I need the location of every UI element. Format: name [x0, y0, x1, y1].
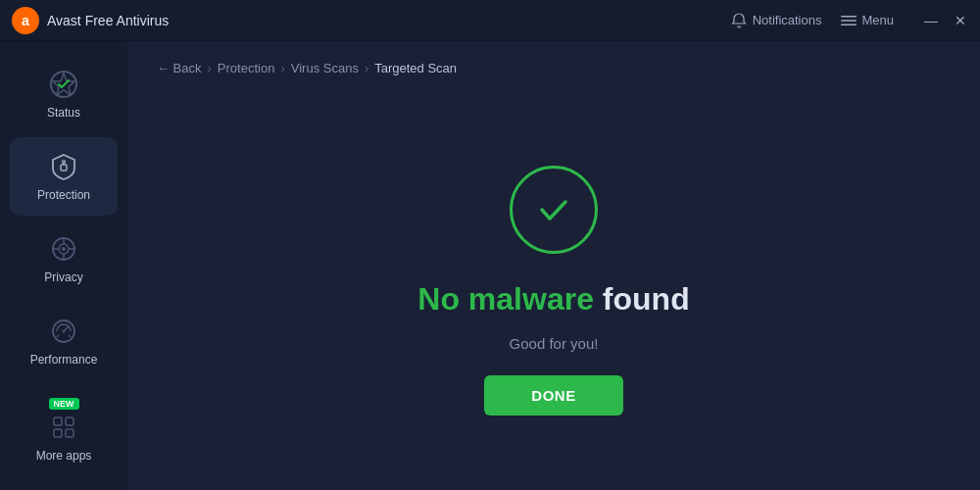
svg-rect-6 — [61, 165, 67, 171]
menu-icon — [841, 13, 857, 28]
breadcrumb-virus-scans[interactable]: Virus Scans — [291, 61, 359, 75]
result-subtitle: Good for you! — [510, 335, 599, 352]
sidebar-item-performance[interactable]: Performance — [10, 302, 118, 380]
svg-rect-2 — [841, 16, 857, 18]
svg-rect-23 — [54, 429, 62, 437]
performance-icon — [48, 316, 79, 347]
svg-rect-3 — [841, 20, 857, 22]
svg-text:a: a — [22, 13, 29, 28]
check-circle — [510, 166, 598, 254]
status-label: Status — [47, 106, 80, 120]
new-badge: NEW — [49, 398, 79, 410]
svg-rect-24 — [66, 429, 74, 437]
notifications-label: Notifications — [753, 13, 822, 27]
breadcrumb-sep-1: › — [208, 61, 212, 75]
menu-label: Menu — [861, 13, 894, 27]
privacy-icon — [48, 233, 79, 265]
breadcrumb-protection[interactable]: Protection — [218, 61, 275, 75]
done-button[interactable]: DONE — [484, 375, 622, 416]
svg-point-18 — [63, 330, 66, 333]
app-name: Avast Free Antivirus — [47, 13, 169, 28]
result-title-green: No malware — [417, 281, 594, 317]
result-area: No malware found Good for you! DONE — [127, 91, 980, 490]
sidebar: Status Protection — [0, 41, 127, 490]
svg-point-11 — [62, 247, 66, 251]
svg-line-19 — [57, 335, 59, 337]
sidebar-item-privacy[interactable]: Privacy — [10, 220, 118, 298]
checkmark-icon — [532, 188, 575, 231]
svg-rect-22 — [66, 417, 74, 425]
content-area: ← Back › Protection › Virus Scans › Targ… — [127, 41, 980, 490]
result-title-white: found — [603, 281, 690, 317]
protection-icon — [48, 151, 79, 182]
sidebar-item-status[interactable]: Status — [10, 55, 118, 133]
minimize-button[interactable]: — — [923, 13, 939, 28]
window-controls: — ✕ — [923, 13, 968, 28]
notifications-button[interactable]: Notifications — [731, 13, 822, 28]
breadcrumb-targeted-scan: Targeted Scan — [374, 61, 457, 75]
menu-button[interactable]: Menu — [841, 13, 894, 28]
svg-rect-4 — [841, 24, 857, 25]
result-title: No malware found — [417, 281, 689, 318]
main-layout: Status Protection — [0, 41, 980, 490]
back-button[interactable]: ← Back — [157, 61, 202, 75]
titlebar: a Avast Free Antivirus Notifications Men… — [0, 0, 980, 41]
more-apps-label: More apps — [36, 449, 92, 463]
protection-label: Protection — [37, 188, 90, 202]
sidebar-item-more-apps[interactable]: NEW More apps — [10, 384, 118, 476]
titlebar-controls: Notifications Menu — ✕ — [731, 13, 968, 28]
sidebar-item-protection[interactable]: Protection — [10, 137, 118, 216]
svg-line-20 — [69, 335, 71, 337]
performance-label: Performance — [30, 353, 98, 367]
status-icon — [48, 69, 79, 100]
breadcrumb-sep-2: › — [280, 61, 284, 75]
privacy-label: Privacy — [44, 270, 82, 284]
more-apps-icon — [48, 412, 79, 443]
bell-icon — [731, 13, 747, 28]
close-button[interactable]: ✕ — [953, 13, 968, 28]
breadcrumb: ← Back › Protection › Virus Scans › Targ… — [127, 41, 980, 91]
app-logo: a Avast Free Antivirus — [12, 7, 731, 34]
avast-icon: a — [12, 7, 39, 34]
svg-rect-21 — [54, 417, 62, 425]
breadcrumb-sep-3: › — [365, 61, 368, 75]
